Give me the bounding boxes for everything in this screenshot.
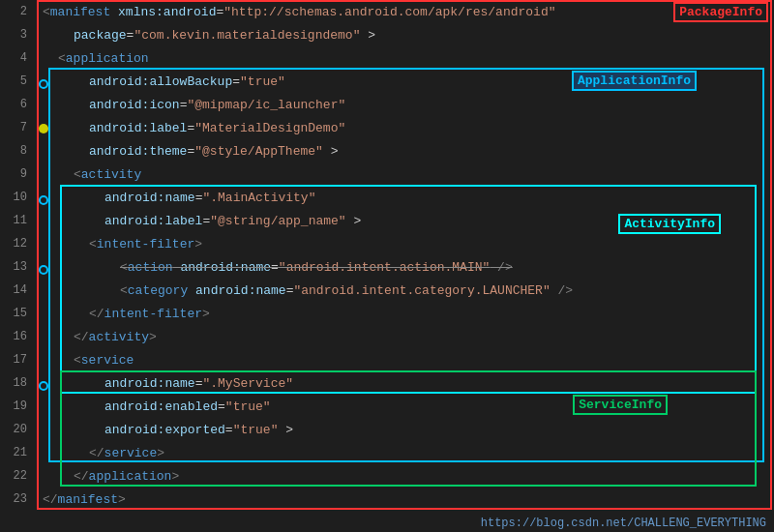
table-row: 11android:label="@string/app_name" > xyxy=(0,209,774,232)
line-number: 12 xyxy=(0,232,35,255)
token: android:enabled xyxy=(104,399,218,414)
table-row: 6android:icon="@mipmap/ic_launcher" xyxy=(0,93,774,116)
token: "true" xyxy=(233,423,279,437)
line-content: android:name=".MyService" xyxy=(35,371,774,395)
line-number: 22 xyxy=(0,464,35,488)
token: </ xyxy=(43,492,58,507)
token: < xyxy=(43,5,50,19)
table-row: 23</manifest> xyxy=(0,488,774,511)
line-content: <action android:name="android.intent.act… xyxy=(35,255,774,279)
line-number: 10 xyxy=(0,186,35,209)
token: = xyxy=(232,74,240,89)
line-number: 2 xyxy=(0,0,35,23)
token: </ xyxy=(74,330,89,344)
token: = xyxy=(202,214,210,228)
token: android:icon xyxy=(89,98,180,112)
line-content: <category android:name="android.intent.c… xyxy=(35,279,774,302)
token: = xyxy=(187,144,194,159)
token: /> xyxy=(551,283,573,298)
token: </ xyxy=(89,446,104,460)
token: </ xyxy=(89,307,104,321)
token: service xyxy=(81,353,134,368)
line-content: </intent-filter> xyxy=(35,302,774,325)
token: android:label xyxy=(89,121,187,135)
token: > xyxy=(157,446,164,460)
token: android:label xyxy=(104,214,202,228)
token: "com.kevin.materialdesigndemo" xyxy=(134,28,360,43)
token: ".MainActivity" xyxy=(202,191,315,205)
line-number: 6 xyxy=(0,93,35,116)
table-row: 17<service xyxy=(0,348,774,371)
token: = xyxy=(286,283,294,298)
table-row: 2<manifest xmlns:android="http://schemas… xyxy=(0,0,774,23)
line-content: </activity> xyxy=(35,325,774,348)
token: package xyxy=(74,28,127,43)
line-number: 5 xyxy=(0,70,35,93)
line-content: <service xyxy=(35,348,774,371)
table-row: 14<category android:name="android.intent… xyxy=(0,279,774,302)
token: "true" xyxy=(225,399,271,414)
line-number: 11 xyxy=(0,209,35,232)
table-row: 20android:exported="true" > xyxy=(0,418,774,441)
line-content: android:label="MaterialDesignDemo" xyxy=(35,116,774,139)
token: android:exported xyxy=(104,423,225,437)
token: "true" xyxy=(240,74,285,89)
line-number: 20 xyxy=(0,418,35,441)
table-row: 19android:enabled="true" xyxy=(0,395,774,418)
line-number: 9 xyxy=(0,163,35,186)
token: service xyxy=(104,446,158,460)
token: "MaterialDesignDemo" xyxy=(194,121,345,135)
table-row: 16</activity> xyxy=(0,325,774,348)
line-content: <application xyxy=(35,46,774,70)
line-number: 17 xyxy=(0,348,35,371)
token: "@style/AppTheme" xyxy=(194,144,323,159)
line-content: android:allowBackup="true" xyxy=(35,70,774,93)
token: category xyxy=(128,283,188,298)
line-content: </manifest> xyxy=(35,488,774,511)
token: action xyxy=(128,260,173,275)
table-row: 5android:allowBackup="true" xyxy=(0,70,774,93)
token: = xyxy=(127,28,134,43)
token: application xyxy=(66,51,149,66)
line-number: 14 xyxy=(0,279,35,302)
token: < xyxy=(89,237,97,251)
line-content: <manifest xmlns:android="http://schemas.… xyxy=(35,0,774,23)
line-number: 21 xyxy=(0,441,35,464)
url-label: https://blog.csdn.net/CHALLENG_EVERYTHIN… xyxy=(481,517,766,530)
token: ".MyService" xyxy=(202,376,293,391)
token: xmlns:android xyxy=(110,5,216,19)
table-row: 13<action android:name="android.intent.a… xyxy=(0,255,774,279)
table-row: 8android:theme="@style/AppTheme" > xyxy=(0,139,774,163)
token: "@string/app_name" xyxy=(210,214,345,228)
line-number: 4 xyxy=(0,46,35,70)
line-content: android:label="@string/app_name" > xyxy=(35,209,774,232)
table-row: 7android:label="MaterialDesignDemo" xyxy=(0,116,774,139)
line-number: 13 xyxy=(0,255,35,279)
token: = xyxy=(195,191,203,205)
token: > xyxy=(360,28,375,43)
token: "android.intent.category.LAUNCHER" xyxy=(293,283,550,298)
line-number: 7 xyxy=(0,116,35,139)
token: > xyxy=(323,144,339,159)
code-area: PackageInfo ApplicationInfo ActivityInfo… xyxy=(0,0,774,532)
token: = xyxy=(195,376,203,391)
token: = xyxy=(187,121,194,135)
line-number: 18 xyxy=(0,371,35,395)
token: < xyxy=(120,283,128,298)
table-row: 10android:name=".MainActivity" xyxy=(0,186,774,209)
token: "@mipmap/ic_launcher" xyxy=(187,98,345,112)
token: /> xyxy=(490,260,512,275)
token: intent-filter xyxy=(104,307,202,321)
line-content: android:enabled="true" xyxy=(35,395,774,418)
line-content: android:theme="@style/AppTheme" > xyxy=(35,139,774,163)
line-number: 15 xyxy=(0,302,35,325)
token: < xyxy=(58,51,66,66)
token: manifest xyxy=(58,492,118,507)
table-row: 18android:name=".MyService" xyxy=(0,371,774,395)
token: android:name xyxy=(104,191,195,205)
token: manifest xyxy=(50,5,110,19)
token: > xyxy=(194,237,202,251)
line-number: 23 xyxy=(0,488,35,511)
token: < xyxy=(120,260,128,275)
token: android:name xyxy=(104,376,195,391)
